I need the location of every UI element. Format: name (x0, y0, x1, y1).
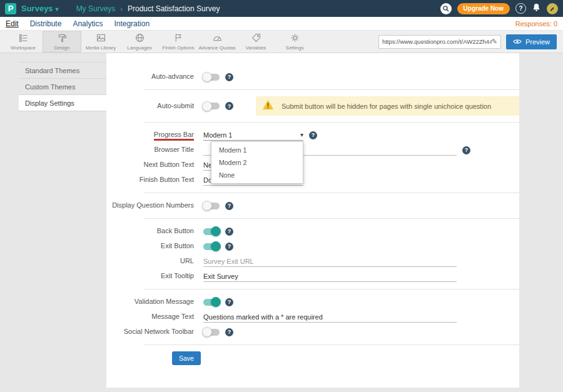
auto-submit-toggle[interactable] (203, 103, 220, 109)
toggle-knob (202, 72, 212, 82)
dropdown-option-none[interactable]: None (211, 169, 303, 181)
divider (144, 193, 519, 193)
social-network-toolbar-label: Social Network Toolbar (106, 328, 194, 336)
design-icon (57, 33, 68, 44)
toolbar-item-design[interactable]: Design (43, 31, 81, 53)
toggle-knob (211, 297, 221, 307)
preview-button[interactable]: Preview (506, 34, 557, 49)
auto-submit-warning: Submit button will be hidden for pages w… (256, 96, 519, 116)
advance-quotas-icon (212, 33, 223, 44)
exit-button-label: Exit Button (106, 242, 194, 250)
edit-profile-icon[interactable] (547, 3, 558, 14)
exit-tooltip-row: Exit Tooltip (106, 269, 519, 284)
chevron-down-icon (56, 4, 59, 13)
toggle-knob (211, 226, 221, 236)
save-row: Save (106, 351, 519, 365)
auto-advance-toggle[interactable] (203, 74, 220, 81)
breadcrumb-my-surveys[interactable]: My Surveys (76, 4, 116, 13)
content-area: Standard Themes Custom Themes Display Se… (0, 53, 563, 392)
back-button-toggle[interactable] (203, 228, 220, 235)
back-button-label: Back Button (106, 227, 194, 235)
progress-bar-selected-value: Modern 1 (203, 131, 232, 139)
display-question-numbers-row: Display Question Numbers (106, 198, 519, 213)
eye-icon (513, 38, 522, 46)
validation-message-help-icon[interactable] (225, 298, 233, 306)
display-question-numbers-help-icon[interactable] (225, 202, 233, 210)
tab-integration[interactable]: Integration (114, 19, 150, 28)
next-button-text-label: Next Button Text (106, 161, 194, 169)
edit-url-icon[interactable] (492, 38, 497, 46)
sidebar-item-display-settings[interactable]: Display Settings (19, 95, 106, 111)
toggle-knob (202, 201, 212, 211)
tab-distribute[interactable]: Distribute (30, 19, 62, 28)
toolbar-item-label: Design (54, 45, 70, 51)
auto-advance-help-icon[interactable] (225, 73, 233, 81)
back-button-help-icon[interactable] (225, 228, 233, 236)
exit-button-help-icon[interactable] (225, 243, 233, 251)
languages-icon (134, 33, 145, 44)
browser-title-help-icon[interactable] (462, 146, 470, 154)
responses-count[interactable]: Responses: 0 (515, 20, 557, 28)
display-question-numbers-toggle[interactable] (203, 203, 220, 209)
message-text-row: Message Text (106, 309, 519, 324)
social-network-toolbar-toggle[interactable] (203, 329, 220, 336)
progress-bar-dropdown: Modern 1 Modern 2 None (211, 141, 303, 184)
toolbar-item-finish-options[interactable]: Finish Options (159, 31, 198, 53)
browser-title-row: Browser Title (106, 143, 519, 158)
toolbar-item-workspace[interactable]: Workspace (4, 31, 43, 53)
preview-button-label: Preview (525, 38, 550, 46)
search-icon[interactable] (440, 3, 452, 14)
toolbar-item-settings[interactable]: Settings (275, 31, 314, 53)
next-button-text-row: Next Button Text (106, 158, 519, 173)
tab-analytics[interactable]: Analytics (73, 19, 103, 28)
toolbar-item-label: Advance Quotas (198, 45, 235, 51)
surveys-product-menu[interactable]: Surveys (21, 4, 59, 13)
message-text-input[interactable] (203, 311, 457, 323)
auto-submit-row: Auto-submit Submit button will be hidden… (106, 95, 519, 117)
exit-url-input[interactable] (203, 256, 457, 267)
survey-url-box (378, 35, 501, 49)
toolbar-item-label: Languages (127, 45, 152, 51)
validation-message-label: Validation Message (106, 298, 194, 306)
top-bar: P Surveys My Surveys › Product Satisfact… (0, 0, 563, 17)
survey-url-input[interactable] (382, 38, 492, 45)
save-button[interactable]: Save (172, 351, 201, 365)
back-button-row: Back Button (106, 224, 519, 239)
upgrade-now-button[interactable]: Upgrade Now (457, 3, 510, 14)
breadcrumb-survey-title: Product Satisfaction Survey (128, 4, 220, 13)
social-network-toolbar-help-icon[interactable] (225, 328, 233, 336)
progress-bar-select[interactable]: Modern 1 Modern 1 Modern 2 None (203, 129, 303, 141)
auto-submit-help-icon[interactable] (225, 102, 233, 110)
toggle-knob (211, 241, 221, 251)
breadcrumb: My Surveys › Product Satisfaction Survey (76, 4, 220, 13)
annotation-red-underline: Progress Bar (154, 131, 194, 141)
toolbar-item-label: Settings (286, 45, 304, 51)
help-icon[interactable] (515, 3, 526, 14)
toolbar-item-advance-quotas[interactable]: Advance Quotas (198, 31, 236, 53)
progress-bar-help-icon[interactable] (309, 131, 317, 139)
toolbar-item-variables[interactable]: Variables (236, 31, 275, 53)
divider (144, 122, 519, 123)
toolbar-item-media-library[interactable]: Media Library (81, 31, 120, 53)
main-nav-tabs: Edit Distribute Analytics Integration Re… (0, 17, 563, 31)
auto-advance-row: Auto-advance (106, 69, 519, 84)
exit-tooltip-input[interactable] (203, 271, 457, 282)
exit-url-row: URL (106, 254, 519, 269)
sidebar-item-custom-themes[interactable]: Custom Themes (19, 79, 106, 95)
dropdown-option-modern-1[interactable]: Modern 1 (211, 144, 303, 156)
finish-button-text-row: Finish Button Text (106, 173, 519, 188)
exit-tooltip-label: Exit Tooltip (106, 272, 194, 280)
toolbar-item-languages[interactable]: Languages (120, 31, 159, 53)
dropdown-option-modern-2[interactable]: Modern 2 (211, 156, 303, 169)
tab-edit[interactable]: Edit (6, 19, 19, 28)
notifications-bell-icon[interactable] (532, 3, 541, 14)
auto-submit-label: Auto-submit (106, 102, 194, 110)
progress-bar-label: Progress Bar (106, 131, 194, 139)
validation-message-toggle[interactable] (203, 299, 220, 306)
sidebar-item-standard-themes[interactable]: Standard Themes (19, 63, 106, 79)
settings-icon (290, 33, 300, 44)
topbar-actions: Upgrade Now (440, 3, 558, 14)
exit-button-toggle[interactable] (203, 243, 220, 250)
questionpro-app: P Surveys My Surveys › Product Satisfact… (0, 0, 563, 392)
toolbar-item-label: Workspace (11, 45, 36, 51)
